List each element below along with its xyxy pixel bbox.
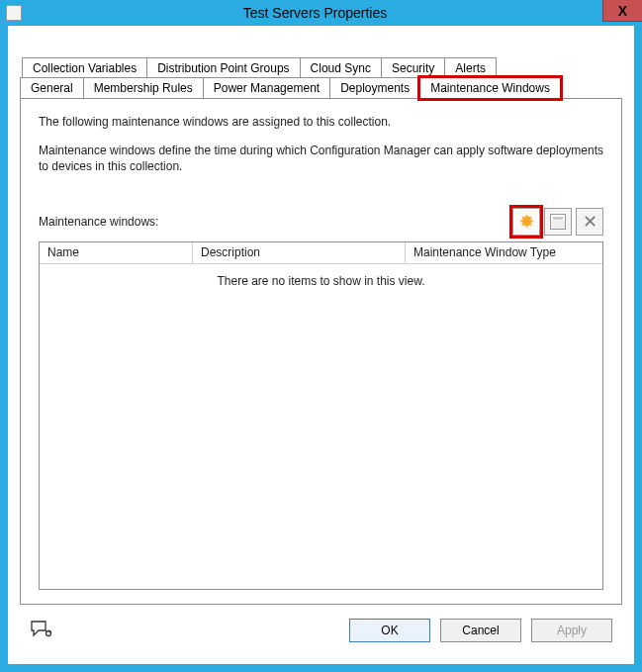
tab-general[interactable]: General [20, 77, 84, 98]
tab-alerts[interactable]: Alerts [444, 57, 497, 78]
apply-button[interactable]: Apply [531, 619, 612, 642]
titlebar[interactable]: Test Servers Properties X [0, 0, 642, 26]
delete-maintenance-window-button[interactable]: ✕ [576, 208, 603, 236]
tab-collection-variables[interactable]: Collection Variables [22, 57, 147, 78]
tab-strip: Collection Variables Distribution Point … [20, 57, 622, 98]
properties-dialog: Test Servers Properties X ↖ Collection V… [0, 0, 642, 672]
list-column-headers: Name Description Maintenance Window Type [40, 242, 602, 264]
maintenance-windows-header: Maintenance windows: ✸ ✕ [39, 208, 603, 236]
system-menu-icon[interactable] [6, 5, 22, 21]
dialog-footer: OK Cancel Apply [20, 605, 622, 656]
column-maintenance-window-type[interactable]: Maintenance Window Type [406, 242, 602, 264]
tab-membership-rules[interactable]: Membership Rules [83, 77, 204, 98]
tab-maintenance-windows[interactable]: Maintenance Windows [419, 77, 561, 99]
calendar-icon [550, 214, 566, 230]
list-empty-message: There are no items to show in this view. [40, 264, 602, 589]
window-title: Test Servers Properties [28, 5, 642, 21]
help-chat-icon[interactable] [30, 621, 53, 640]
ok-button[interactable]: OK [349, 619, 430, 642]
maintenance-windows-toolbar: ✸ ✕ [512, 208, 603, 236]
close-button[interactable]: X [602, 0, 642, 22]
tab-page-maintenance-windows: The following maintenance windows are as… [20, 98, 622, 605]
maintenance-windows-label: Maintenance windows: [39, 215, 158, 229]
starburst-icon: ✸ [519, 213, 534, 231]
tab-security[interactable]: Security [381, 57, 445, 78]
edit-maintenance-window-button[interactable] [544, 208, 572, 236]
delete-x-icon: ✕ [583, 213, 597, 231]
client-area: ↖ Collection Variables Distribution Poin… [8, 26, 634, 664]
tab-power-management[interactable]: Power Management [203, 77, 330, 98]
close-icon: X [618, 3, 627, 19]
new-maintenance-window-button[interactable]: ✸ [512, 208, 540, 236]
tab-cloud-sync[interactable]: Cloud Sync [300, 57, 382, 78]
intro-text-2: Maintenance windows define the time duri… [39, 143, 603, 174]
column-description[interactable]: Description [193, 242, 406, 264]
intro-text-1: The following maintenance windows are as… [39, 115, 603, 129]
tab-deployments[interactable]: Deployments [329, 77, 420, 98]
column-name[interactable]: Name [40, 242, 193, 264]
maintenance-windows-list[interactable]: Name Description Maintenance Window Type… [39, 241, 603, 590]
tab-distribution-point-groups[interactable]: Distribution Point Groups [146, 57, 300, 78]
cancel-button[interactable]: Cancel [440, 619, 521, 642]
